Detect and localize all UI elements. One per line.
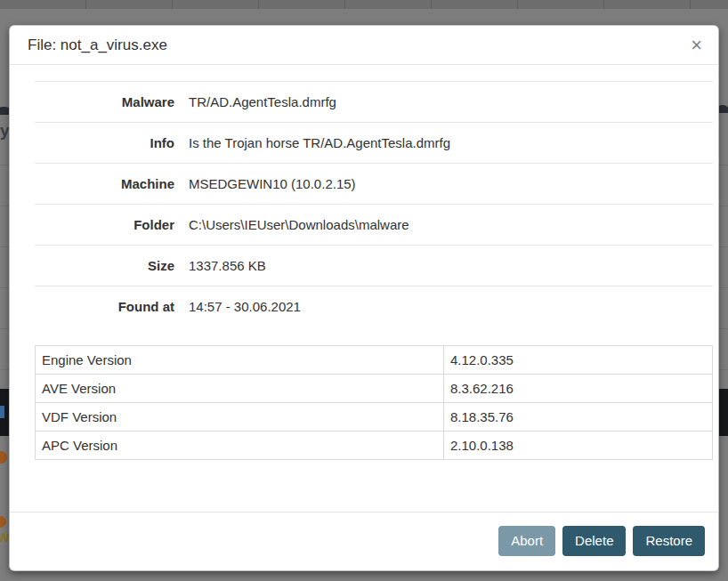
table-row: Size 1337.856 KB [35,246,713,286]
table-row: Found at 14:57 - 30.06.2021 [35,286,713,327]
detail-label: Machine [35,164,189,205]
version-value: 8.3.62.216 [444,375,713,403]
version-label: AVE Version [36,375,444,403]
detail-label: Found at [35,286,189,327]
background-orange-dot [0,516,6,528]
version-value: 2.10.0.138 [444,432,713,460]
background-table-header [0,0,728,9]
engine-versions-table: Engine Version 4.12.0.335 AVE Version 8.… [35,345,713,460]
version-value: 8.18.35.76 [444,403,713,432]
detail-label: Size [35,246,189,286]
background-text-fragment: y [0,121,10,141]
table-row: Folder C:\Users\IEUser\Downloads\malware [35,205,713,246]
detail-value: TR/AD.AgentTesla.dmrfg [189,82,713,123]
version-value: 4.12.0.335 [444,346,713,375]
table-row: AVE Version 8.3.62.216 [36,375,713,403]
background-blue-fragment [0,406,4,418]
close-icon[interactable]: × [689,36,704,55]
table-row: Machine MSEDGEWIN10 (10.0.2.15) [35,164,713,205]
detail-value: 14:57 - 30.06.2021 [189,286,713,327]
dialog-header: File: not_a_virus.exe × [10,26,718,65]
abort-button[interactable]: Abort [498,526,555,556]
file-details-table: Malware TR/AD.AgentTesla.dmrfg Info Is t… [35,81,713,327]
table-row: Info Is the Trojan horse TR/AD.AgentTesl… [35,123,713,164]
version-label: APC Version [36,432,444,460]
detail-label: Info [35,123,189,164]
dialog-footer: Abort Delete Restore [10,512,718,570]
table-row: VDF Version 8.18.35.76 [36,403,713,432]
detail-value: Is the Trojan horse TR/AD.AgentTesla.dmr… [189,123,713,164]
table-row: APC Version 2.10.0.138 [36,432,713,460]
dialog-body: Malware TR/AD.AgentTesla.dmrfg Info Is t… [10,65,718,485]
detail-value: 1337.856 KB [189,246,713,286]
table-row: Engine Version 4.12.0.335 [36,346,713,375]
table-row: Malware TR/AD.AgentTesla.dmrfg [35,82,713,123]
detail-value: C:\Users\IEUser\Downloads\malware [189,205,713,246]
dialog-title: File: not_a_virus.exe [28,36,167,54]
malware-file-dialog: File: not_a_virus.exe × Malware TR/AD.Ag… [9,25,719,571]
delete-button[interactable]: Delete [562,526,626,556]
detail-label: Folder [35,205,189,246]
restore-button[interactable]: Restore [633,526,705,556]
detail-label: Malware [35,82,189,123]
background-orange-dot [0,451,7,464]
version-label: Engine Version [36,346,444,375]
detail-value: MSEDGEWIN10 (10.0.2.15) [189,164,713,205]
version-label: VDF Version [36,403,444,432]
